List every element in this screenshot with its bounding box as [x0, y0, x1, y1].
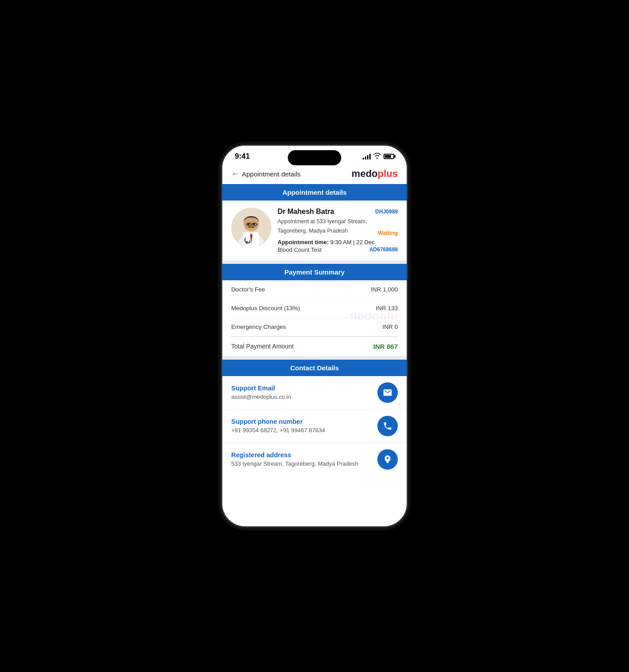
logo-plus: plus — [378, 168, 398, 179]
svg-point-6 — [248, 223, 250, 225]
phone-icon — [383, 421, 392, 431]
phone-frame: 9:41 ← Appointment d — [221, 144, 408, 528]
contact-email-value: assist@medoplus.co.in — [231, 393, 291, 400]
doctor-avatar — [231, 208, 271, 248]
contact-address-title: Registered address — [231, 451, 358, 459]
test-id: AD6768689 — [369, 246, 398, 253]
logo-medo: medo — [351, 168, 378, 179]
doctor-fee-label: Doctor's Fee — [231, 286, 265, 293]
contact-header: Contact Details — [222, 360, 407, 376]
svg-point-4 — [245, 241, 248, 244]
section-gap-2 — [222, 356, 407, 360]
payment-section: Payment Summary medoplus Doctor's Fee IN… — [222, 264, 407, 356]
contact-address-item: Registered address 533 Iyengar Stream, T… — [222, 443, 407, 476]
doctor-fee-amount: INR 1,000 — [371, 286, 398, 293]
contact-phone-value: +91 99354 68272, +91 99467 87634 — [231, 427, 325, 434]
appointment-time: Appointment time: 9:30 AM | 22 Dec — [278, 239, 398, 246]
doctor-name: Dr Mahesh Batra — [278, 208, 334, 216]
appointment-address-line1: Appointment at 533 Iyengar Stream, — [278, 217, 367, 226]
status-time: 9:41 — [235, 152, 250, 161]
contact-email-text: Support Email assist@medoplus.co.in — [231, 385, 291, 400]
contact-phone-text: Support phone number +91 99354 68272, +9… — [231, 418, 325, 434]
discount-amount: INR 133 — [376, 305, 398, 311]
payment-row-discount: Medoplus Discount (13%) INR 133 — [231, 299, 398, 318]
payment-row-doctor-fee: Doctor's Fee INR 1,000 — [231, 280, 398, 299]
appointment-time-label: Appointment time: — [278, 239, 329, 246]
email-button[interactable] — [377, 382, 398, 403]
battery-icon — [384, 154, 394, 159]
wifi-icon — [373, 153, 381, 160]
location-icon — [383, 455, 392, 464]
contact-phone-title: Support phone number — [231, 418, 325, 425]
nav-title: Appointment details — [242, 170, 301, 178]
appointment-time-value: 9:30 AM | 22 Dec — [330, 239, 375, 246]
nav-bar: ← Appointment details medoplus — [222, 164, 407, 184]
emergency-label: Emergency Charges — [231, 324, 286, 330]
status-bar: 9:41 — [222, 146, 407, 164]
test-row: Blood Count Test AD6768689 — [278, 246, 398, 253]
app-logo: medoplus — [351, 168, 398, 180]
status-icons — [363, 153, 394, 160]
doctor-info: Dr Mahesh Batra DHJ0989 Appointment at 5… — [278, 208, 398, 253]
total-label: Total Payment Amount — [231, 343, 294, 350]
payment-row-total: Total Payment Amount INR 867 — [231, 336, 398, 356]
test-label: Blood Count Test — [278, 246, 322, 253]
back-arrow-icon: ← — [231, 169, 239, 179]
emergency-amount: INR 0 — [382, 324, 398, 330]
back-button[interactable]: ← Appointment details — [231, 169, 301, 179]
svg-point-7 — [253, 223, 255, 225]
appointment-address-line2: Tagoreberg, Madya Pradesh — [278, 227, 367, 235]
contact-email-title: Support Email — [231, 385, 291, 392]
dynamic-island — [288, 150, 341, 165]
phone-button[interactable] — [377, 416, 398, 436]
scroll-content[interactable]: Appointment details — [222, 184, 407, 476]
appointment-card: Dr Mahesh Batra DHJ0989 Appointment at 5… — [222, 201, 407, 260]
contact-address-value: 533 Iyengar Stream, Tagoreberg, Madya Pr… — [231, 460, 358, 467]
section-gap-1 — [222, 260, 407, 264]
payment-header: Payment Summary — [222, 264, 407, 280]
contact-address-text: Registered address 533 Iyengar Stream, T… — [231, 451, 358, 467]
appointment-section: Appointment details — [222, 184, 407, 260]
payment-rows: medoplus Doctor's Fee INR 1,000 Medoplus… — [222, 280, 407, 356]
doctor-id: DHJ0989 — [375, 209, 398, 215]
total-amount: INR 867 — [373, 343, 398, 350]
signal-icon — [363, 153, 371, 160]
location-button[interactable] — [377, 449, 398, 470]
contact-phone-item: Support phone number +91 99354 68272, +9… — [222, 410, 407, 443]
contact-section: Contact Details Support Email assist@med… — [222, 360, 407, 476]
email-icon — [383, 388, 392, 397]
appointment-header: Appointment details — [222, 184, 407, 201]
discount-label: Medoplus Discount (13%) — [231, 305, 300, 311]
payment-row-emergency: Emergency Charges INR 0 — [231, 318, 398, 336]
appointment-status: Waiting — [378, 230, 398, 236]
contact-email-item: Support Email assist@medoplus.co.in — [222, 376, 407, 410]
